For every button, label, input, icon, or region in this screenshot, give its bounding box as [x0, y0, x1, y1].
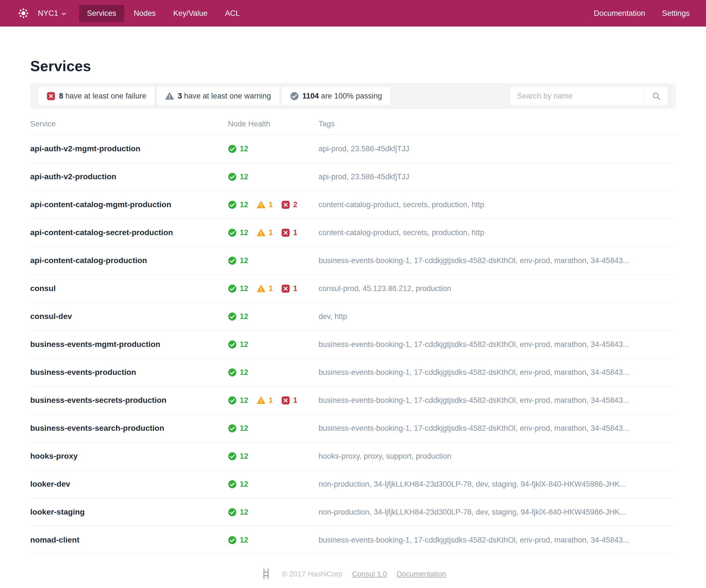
passing-text: are 100% passing — [321, 92, 382, 100]
passing-summary[interactable]: 1104 are 100% passing — [281, 86, 391, 106]
node-health-cell: 12 — [228, 172, 319, 181]
nav-tab-acl[interactable]: ACL — [217, 5, 248, 22]
node-health-cell: 12 1 2 — [228, 200, 319, 209]
check-circle-icon — [228, 256, 237, 265]
passing-count: 1104 — [303, 92, 319, 100]
service-name[interactable]: api-content-catalog-mgmt-production — [30, 200, 171, 209]
failure-count: 8 — [59, 92, 63, 100]
service-name[interactable]: consul — [30, 284, 55, 293]
table-row[interactable]: nomad-client 12 business-events-booking-… — [30, 526, 676, 554]
warning-triangle-icon — [165, 92, 174, 100]
service-name[interactable]: nomad-client — [30, 536, 79, 544]
service-name[interactable]: hooks-proxy — [30, 452, 78, 460]
search-button[interactable] — [644, 86, 668, 106]
main-content: Services 8 have at least one failure 3 h… — [30, 27, 676, 554]
datacenter-name: NYC1 — [38, 9, 58, 18]
nav-tab-nodes[interactable]: Nodes — [126, 5, 164, 22]
check-circle-icon — [228, 480, 237, 489]
warning-count: 1 — [269, 200, 273, 209]
table-row[interactable]: business-events-search-production 12 bus… — [30, 414, 676, 442]
warning-triangle-icon — [257, 396, 266, 405]
passing-count: 12 — [240, 228, 248, 237]
check-circle-icon — [228, 144, 237, 153]
service-name[interactable]: api-auth-v2-mgmt-production — [30, 144, 140, 153]
consul-logo-icon — [17, 6, 30, 20]
nav-right: Documentation Settings — [594, 9, 690, 18]
passing-count: 12 — [240, 480, 248, 489]
health-summary-bar: 8 have at least one failure 3 have at le… — [30, 83, 676, 109]
warning-health: 1 — [257, 396, 273, 405]
table-row[interactable]: business-events-mgmt-production 12 busin… — [30, 331, 676, 359]
passing-health: 12 — [228, 284, 248, 293]
nav-tab-keyvalue[interactable]: Key/Value — [165, 5, 215, 22]
table-row[interactable]: hooks-proxy 12 hooks-proxy, proxy, suppo… — [30, 442, 676, 470]
table-row[interactable]: business-events-production 12 business-e… — [30, 359, 676, 386]
footer-link-documentation[interactable]: Documentation — [397, 570, 446, 578]
failure-x-icon — [281, 284, 290, 293]
table-row[interactable]: api-content-catalog-secret-production 12… — [30, 219, 676, 247]
service-tags: api-prod, 23.586-45dkfjTJJ — [319, 172, 676, 181]
passing-count: 12 — [240, 508, 248, 516]
consul-logo[interactable] — [16, 6, 31, 20]
critical-count: 2 — [293, 200, 298, 209]
service-name[interactable]: business-events-production — [30, 368, 136, 377]
passing-health: 12 — [228, 424, 248, 433]
critical-health: 1 — [281, 396, 298, 405]
service-name[interactable]: business-events-secrets-production — [30, 396, 166, 405]
node-health-cell: 12 1 1 — [228, 284, 319, 293]
critical-health: 1 — [281, 284, 298, 293]
nav-tab-services[interactable]: Services — [79, 5, 124, 22]
passing-count: 12 — [240, 312, 248, 321]
passing-count: 12 — [240, 452, 248, 461]
node-health-cell: 12 1 1 — [228, 396, 319, 405]
service-name[interactable]: looker-staging — [30, 508, 85, 516]
table-row[interactable]: api-auth-v2-production 12 api-prod, 23.5… — [30, 163, 676, 191]
nav-link-settings[interactable]: Settings — [662, 9, 690, 18]
datacenter-selector[interactable]: NYC1 — [38, 9, 67, 18]
table-row[interactable]: consul-dev 12 dev, http — [30, 303, 676, 331]
copyright-text: © 2017 HashiCorp — [282, 570, 342, 578]
table-row[interactable]: api-content-catalog-mgmt-production 12 1… — [30, 191, 676, 219]
service-tags: business-events-booking-1, 17-cddkjgtjsd… — [319, 536, 676, 545]
passing-count: 12 — [240, 200, 248, 209]
top-nav: NYC1 Services Nodes Key/Value ACL Docume… — [0, 0, 706, 27]
node-health-cell: 12 — [228, 480, 319, 489]
passing-count: 12 — [240, 144, 248, 153]
passing-health: 12 — [228, 312, 248, 321]
table-row[interactable]: looker-dev 12 non-production, 34-ljfjkLL… — [30, 470, 676, 498]
column-header-node-health: Node Health — [228, 120, 319, 128]
critical-count: 1 — [293, 396, 298, 405]
table-row[interactable]: api-content-catalog-production 12 busine… — [30, 247, 676, 275]
table-row[interactable]: api-auth-v2-mgmt-production 12 api-prod,… — [30, 135, 676, 163]
passing-count: 12 — [240, 172, 248, 181]
check-circle-icon — [290, 92, 299, 100]
failure-summary[interactable]: 8 have at least one failure — [38, 86, 155, 106]
footer-link-consul-version[interactable]: Consul 1.0 — [352, 570, 387, 578]
passing-count: 12 — [240, 536, 248, 545]
service-name[interactable]: business-events-mgmt-production — [30, 340, 160, 349]
passing-health: 12 — [228, 368, 248, 377]
search-input[interactable] — [509, 86, 644, 106]
passing-health: 12 — [228, 200, 248, 209]
service-name[interactable]: api-content-catalog-secret-production — [30, 228, 173, 237]
node-health-cell: 12 1 1 — [228, 228, 319, 237]
service-name[interactable]: api-content-catalog-production — [30, 256, 147, 265]
passing-health: 12 — [228, 536, 248, 545]
service-name[interactable]: business-events-search-production — [30, 424, 164, 432]
table-row[interactable]: looker-staging 12 non-production, 34-ljf… — [30, 498, 676, 526]
critical-count: 1 — [293, 284, 298, 293]
warning-triangle-icon — [257, 200, 266, 209]
warning-count: 1 — [269, 396, 273, 405]
service-name[interactable]: consul-dev — [30, 312, 72, 321]
nav-link-documentation[interactable]: Documentation — [594, 9, 645, 18]
warning-triangle-icon — [257, 228, 266, 237]
service-tags: business-events-booking-1, 17-cddkjgtjsd… — [319, 340, 676, 349]
footer: © 2017 HashiCorp Consul 1.0 Documentatio… — [0, 554, 706, 588]
warning-summary[interactable]: 3 have at least one warning — [156, 86, 280, 106]
table-row[interactable]: business-events-secrets-production 12 1 … — [30, 386, 676, 414]
service-name[interactable]: api-auth-v2-production — [30, 172, 116, 181]
passing-health: 12 — [228, 144, 248, 153]
table-row[interactable]: consul 12 1 1 consul-prod, 45.123.86.212… — [30, 275, 676, 303]
service-name[interactable]: looker-dev — [30, 479, 70, 488]
service-tags: api-prod, 23.586-45dkfjTJJ — [319, 144, 676, 153]
